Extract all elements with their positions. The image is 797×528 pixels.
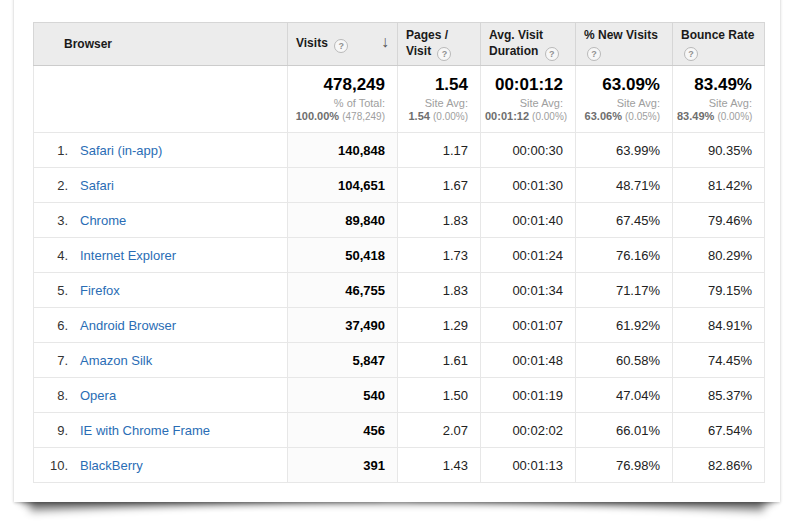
row-rank: 10. (42, 458, 68, 473)
browser-link[interactable]: Opera (80, 388, 116, 403)
help-icon[interactable]: ? (684, 47, 698, 61)
browser-link[interactable]: Firefox (80, 283, 120, 298)
visits-cell: 391 (288, 448, 398, 483)
browser-link[interactable]: Safari (80, 178, 114, 193)
summary-value: 83.49% (677, 75, 752, 95)
browser-cell: 7.Amazon Silk (34, 343, 288, 378)
column-header-browser[interactable]: Browser (34, 23, 288, 66)
help-icon[interactable]: ? (334, 39, 348, 53)
table-row: 2.Safari 104,651 1.67 00:01:30 48.71% 81… (34, 168, 765, 203)
report-card: Browser Visits ? ↓ Pages / Visit ? Avg. … (14, 0, 780, 502)
help-icon[interactable]: ? (587, 47, 601, 61)
column-header-visits[interactable]: Visits ? ↓ (288, 23, 398, 66)
pct-new-visits-cell: 60.58% (576, 343, 673, 378)
row-rank: 2. (42, 178, 68, 193)
summary-row: 478,249 % of Total: 100.00% (478,249) 1.… (34, 66, 765, 133)
browser-link[interactable]: Android Browser (80, 318, 176, 333)
pages-per-visit-cell: 1.29 (398, 308, 481, 343)
summary-label: % of Total: (334, 97, 385, 109)
pages-per-visit-cell: 1.83 (398, 273, 481, 308)
pages-per-visit-cell: 1.43 (398, 448, 481, 483)
summary-label: Site Avg: (617, 97, 660, 109)
browser-link[interactable]: BlackBerry (80, 458, 143, 473)
sort-descending-icon[interactable]: ↓ (381, 34, 389, 50)
column-label: Browser (64, 37, 112, 51)
bounce-rate-cell: 79.46% (673, 203, 765, 238)
summary-value: 478,249 (292, 75, 385, 95)
summary-avg: 00:01:12 (485, 110, 529, 122)
column-label: Bounce Rate (681, 28, 754, 42)
row-rank: 8. (42, 388, 68, 403)
browser-link[interactable]: IE with Chrome Frame (80, 423, 210, 438)
row-rank: 9. (42, 423, 68, 438)
summary-bounce-rate: 83.49% Site Avg: 83.49% (0.00%) (673, 66, 765, 133)
table-row: 8.Opera 540 1.50 00:01:19 47.04% 85.37% (34, 378, 765, 413)
summary-avg: 100.00% (296, 110, 339, 122)
browser-link[interactable]: Chrome (80, 213, 126, 228)
browser-metrics-table: Browser Visits ? ↓ Pages / Visit ? Avg. … (33, 22, 765, 483)
column-label: Visits (296, 36, 328, 50)
avg-visit-duration-cell: 00:01:19 (481, 378, 576, 413)
pct-new-visits-cell: 71.17% (576, 273, 673, 308)
browser-cell: 2.Safari (34, 168, 288, 203)
visits-cell: 37,490 (288, 308, 398, 343)
summary-avg: 63.06% (585, 110, 622, 122)
summary-value: 1.54 (402, 75, 468, 95)
bounce-rate-cell: 74.45% (673, 343, 765, 378)
bounce-rate-cell: 67.54% (673, 413, 765, 448)
pages-per-visit-cell: 1.50 (398, 378, 481, 413)
visits-cell: 89,840 (288, 203, 398, 238)
table-row: 6.Android Browser 37,490 1.29 00:01:07 6… (34, 308, 765, 343)
table-row: 4.Internet Explorer 50,418 1.73 00:01:24… (34, 238, 765, 273)
avg-visit-duration-cell: 00:00:30 (481, 133, 576, 168)
summary-value: 00:01:12 (485, 75, 563, 95)
help-icon[interactable]: ? (437, 47, 451, 61)
column-header-pct-new-visits[interactable]: % New Visits ? (576, 23, 673, 66)
summary-delta: (0.00%) (532, 111, 567, 122)
pct-new-visits-cell: 76.98% (576, 448, 673, 483)
column-label: % New Visits (584, 28, 658, 42)
bounce-rate-cell: 90.35% (673, 133, 765, 168)
column-header-avg-visit-duration[interactable]: Avg. Visit Duration ? (481, 23, 576, 66)
help-icon[interactable]: ? (545, 47, 559, 61)
bounce-rate-cell: 79.15% (673, 273, 765, 308)
pct-new-visits-cell: 63.99% (576, 133, 673, 168)
column-header-bounce-rate[interactable]: Bounce Rate ? (673, 23, 765, 66)
avg-visit-duration-cell: 00:01:30 (481, 168, 576, 203)
visits-cell: 50,418 (288, 238, 398, 273)
avg-visit-duration-cell: 00:01:40 (481, 203, 576, 238)
avg-visit-duration-cell: 00:01:24 (481, 238, 576, 273)
table-row: 5.Firefox 46,755 1.83 00:01:34 71.17% 79… (34, 273, 765, 308)
browser-link[interactable]: Amazon Silk (80, 353, 152, 368)
summary-label: Site Avg: (520, 97, 563, 109)
pct-new-visits-cell: 66.01% (576, 413, 673, 448)
bounce-rate-cell: 81.42% (673, 168, 765, 203)
row-rank: 3. (42, 213, 68, 228)
pages-per-visit-cell: 2.07 (398, 413, 481, 448)
summary-label: Site Avg: (425, 97, 468, 109)
summary-pct-new-visits: 63.09% Site Avg: 63.06% (0.05%) (576, 66, 673, 133)
browser-cell: 5.Firefox (34, 273, 288, 308)
browser-link[interactable]: Safari (in-app) (80, 143, 162, 158)
column-label: Avg. Visit Duration (489, 28, 543, 58)
table-row: 7.Amazon Silk 5,847 1.61 00:01:48 60.58%… (34, 343, 765, 378)
browser-cell: 6.Android Browser (34, 308, 288, 343)
summary-visits: 478,249 % of Total: 100.00% (478,249) (288, 66, 398, 133)
table-row: 3.Chrome 89,840 1.83 00:01:40 67.45% 79.… (34, 203, 765, 238)
avg-visit-duration-cell: 00:01:07 (481, 308, 576, 343)
pct-new-visits-cell: 67.45% (576, 203, 673, 238)
pct-new-visits-cell: 61.92% (576, 308, 673, 343)
pct-new-visits-cell: 76.16% (576, 238, 673, 273)
avg-visit-duration-cell: 00:02:02 (481, 413, 576, 448)
pages-per-visit-cell: 1.67 (398, 168, 481, 203)
bounce-rate-cell: 80.29% (673, 238, 765, 273)
summary-delta: (478,249) (342, 111, 385, 122)
summary-avg-visit-duration: 00:01:12 Site Avg: 00:01:12 (0.00%) (481, 66, 576, 133)
pages-per-visit-cell: 1.73 (398, 238, 481, 273)
bounce-rate-cell: 85.37% (673, 378, 765, 413)
summary-delta: (0.05%) (625, 111, 660, 122)
table-row: 1.Safari (in-app) 140,848 1.17 00:00:30 … (34, 133, 765, 168)
browser-link[interactable]: Internet Explorer (80, 248, 176, 263)
pct-new-visits-cell: 47.04% (576, 378, 673, 413)
column-header-pages-per-visit[interactable]: Pages / Visit ? (398, 23, 481, 66)
